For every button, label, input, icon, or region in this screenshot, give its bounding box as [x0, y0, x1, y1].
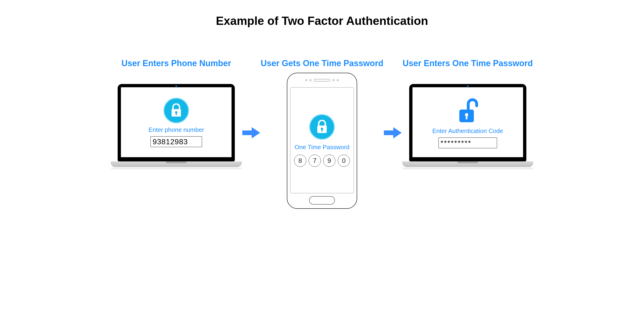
phone-device: One Time Password 8 7 9 0	[284, 73, 360, 209]
auth-code-field: *********	[438, 137, 497, 148]
otp-digit: 7	[309, 155, 321, 167]
laptop-shadow	[110, 168, 242, 169]
step-enter-phone: User Enters Phone Number Enter phone num…	[110, 56, 242, 169]
lock-icon	[163, 98, 189, 123]
webcam-dot	[467, 85, 468, 87]
phone-earpiece	[287, 73, 357, 87]
unlock-icon	[455, 96, 481, 125]
laptop-screen: Enter phone number 93812983	[121, 87, 232, 157]
svg-rect-8	[466, 116, 467, 119]
step3-caption: Enter Authentication Code	[432, 127, 503, 135]
svg-rect-5	[321, 129, 322, 132]
arrow-right-icon	[384, 126, 402, 139]
phone-screen: One Time Password 8 7 9 0	[290, 87, 354, 193]
laptop-screen: Enter Authentication Code *********	[412, 87, 523, 157]
laptop-shadow	[402, 168, 534, 169]
otp-digit: 9	[323, 155, 335, 167]
otp-digit: 8	[294, 155, 306, 167]
step2-label: User Gets One Time Password	[260, 56, 384, 71]
step3-label: User Enters One Time Password	[402, 56, 533, 71]
webcam-dot	[176, 85, 177, 87]
svg-rect-2	[176, 113, 177, 115]
lock-icon	[309, 114, 335, 140]
step-receive-otp: User Gets One Time Password	[260, 56, 384, 209]
step-enter-otp: User Enters One Time Password	[402, 56, 534, 169]
flow-row: User Enters Phone Number Enter phone num…	[6, 56, 638, 209]
step1-label: User Enters Phone Number	[122, 56, 231, 71]
otp-digit: 0	[338, 155, 350, 167]
phone-home-button	[309, 196, 335, 205]
laptop-device: Enter Authentication Code *********	[402, 84, 534, 169]
diagram-title: Example of Two Factor Authentication	[216, 14, 428, 28]
laptop-base	[402, 161, 534, 167]
step1-caption: Enter phone number	[148, 126, 204, 134]
phone-number-field: 93812983	[150, 136, 202, 147]
laptop-device: Enter phone number 93812983	[110, 84, 242, 169]
step2-caption: One Time Password	[294, 144, 350, 151]
otp-digits: 8 7 9 0	[294, 155, 350, 167]
arrow-right-icon	[242, 126, 260, 139]
laptop-base	[110, 161, 242, 167]
